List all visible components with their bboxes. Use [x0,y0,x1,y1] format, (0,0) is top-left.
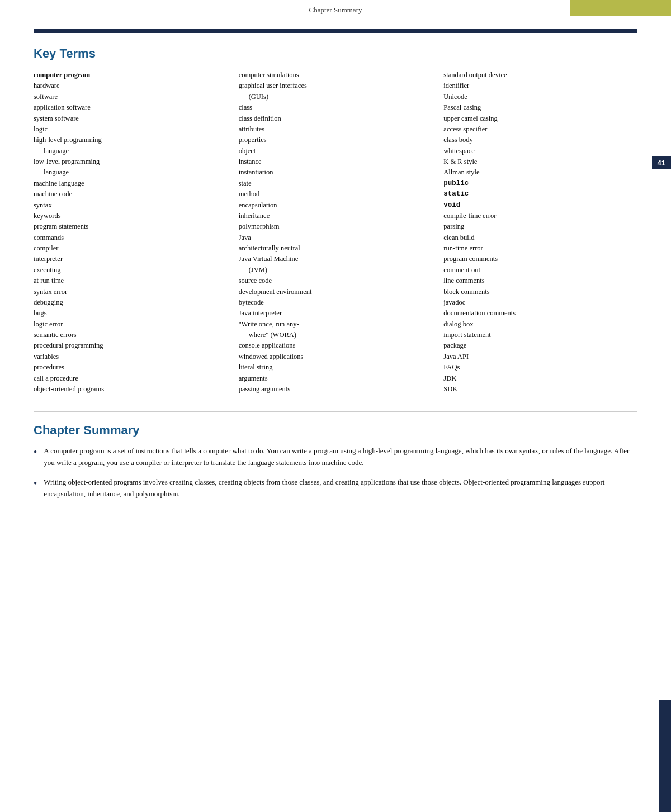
term: import statement [443,330,637,340]
bullet-list: •A computer program is a set of instruct… [34,445,637,500]
term: console applications [239,340,433,351]
term: object [239,146,433,156]
term: windowed applications [239,352,433,362]
bullet-dot: • [34,444,37,460]
term: K & R style [443,156,637,167]
term: machine language [34,178,228,189]
term: SDK [443,384,637,395]
key-terms-col-3: standard output deviceidentifierUnicodeP… [443,70,637,395]
term: architecturally neutral [239,243,433,254]
bullet-text: A computer program is a set of instructi… [44,445,637,469]
key-terms-grid: computer programhardwaresoftwareapplicat… [34,70,637,395]
key-terms-col-1: computer programhardwaresoftwareapplicat… [34,70,228,395]
top-bar-accent [570,0,671,16]
term: JDK [443,373,637,384]
term: standard output device [443,70,637,80]
term: syntax [34,200,228,211]
term: instance [239,156,433,167]
term: upper camel casing [443,113,637,124]
term: syntax error [34,287,228,297]
bullet-dot: • [34,476,37,492]
term: software [34,92,228,102]
term: FAQs [443,362,637,373]
term: bytecode [239,297,433,308]
term: (JVM) [239,265,433,276]
key-terms-heading: Key Terms [34,46,637,61]
term: attributes [239,124,433,135]
chapter-summary-heading: Chapter Summary [34,423,637,438]
term: keywords [34,211,228,221]
term: low-level programming [34,156,228,167]
term: where" (WORA) [239,330,433,340]
term: identifier [443,80,637,91]
main-content: Key Terms computer programhardwaresoftwa… [0,33,671,524]
term: properties [239,135,433,145]
term: development environment [239,287,433,297]
term: package [443,340,637,351]
term: Pascal casing [443,102,637,113]
term: "Write once, run any- [239,319,433,330]
term: whitespace [443,146,637,156]
term: commands [34,232,228,243]
section-divider [34,411,637,412]
term: graphical user interfaces [239,80,433,91]
term: logic error [34,319,228,330]
right-accent-bar [659,700,671,812]
term: system software [34,113,228,124]
term: javadoc [443,297,637,308]
term: procedural programming [34,340,228,351]
term: compiler [34,243,228,254]
term: Java Virtual Machine [239,254,433,264]
term: class [239,102,433,113]
top-bar: Chapter Summary [0,0,671,18]
term: Java API [443,352,637,362]
term: dialog box [443,319,637,330]
term: interpreter [34,254,228,264]
term: application software [34,102,228,113]
dark-rule [34,29,637,33]
term: class definition [239,113,433,124]
bullet-item: •Writing object-oriented programs involv… [34,477,637,500]
term: parsing [443,221,637,232]
term: static [443,189,637,200]
page-number: 41 [652,156,671,169]
bullet-item: •A computer program is a set of instruct… [34,445,637,469]
term: documentation comments [443,308,637,319]
term: class body [443,135,637,145]
chapter-summary-section: Chapter Summary •A computer program is a… [34,423,637,500]
chapter-summary-header: Chapter Summary [309,6,362,15]
term: instantiation [239,167,433,178]
term: language [34,146,228,156]
term: computer simulations [239,70,433,80]
term: call a procedure [34,373,228,384]
term: hardware [34,80,228,91]
key-terms-col-2: computer simulationsgraphical user inter… [239,70,433,395]
term: public [443,178,637,189]
term: literal string [239,362,433,373]
term: block comments [443,287,637,297]
bullet-text: Writing object-oriented programs involve… [44,477,637,500]
term: method [239,189,433,200]
term: arguments [239,373,433,384]
term: machine code [34,189,228,200]
term: Allman style [443,167,637,178]
term: line comments [443,276,637,286]
term: inheritance [239,211,433,221]
term: clean build [443,232,637,243]
term: (GUIs) [239,92,433,102]
term: run-time error [443,243,637,254]
term: logic [34,124,228,135]
term: procedures [34,362,228,373]
term: debugging [34,297,228,308]
term: variables [34,352,228,362]
term: high-level programming [34,135,228,145]
term: source code [239,276,433,286]
term: state [239,178,433,189]
term: program statements [34,221,228,232]
term: object-oriented programs [34,384,228,395]
term: Unicode [443,92,637,102]
term: passing arguments [239,384,433,395]
term: Java [239,232,433,243]
term: compile-time error [443,211,637,221]
term: semantic errors [34,330,228,340]
